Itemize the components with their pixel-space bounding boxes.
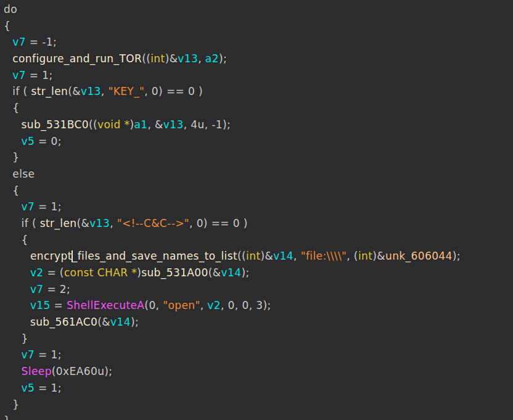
code-token: , [200, 299, 208, 311]
code-line[interactable]: v2 = (const CHAR *)sub_531A00(&v14); [0, 265, 513, 281]
code-token: Sleep [22, 365, 52, 377]
code-token: (& [97, 316, 110, 328]
code-token: int [246, 250, 260, 262]
code-line[interactable]: v5 = 0; [0, 133, 513, 150]
code-token: (( [89, 118, 97, 131]
code-token: { [12, 102, 19, 114]
code-token: (( [142, 52, 150, 65]
code-token: , 0) == 0 ) [189, 217, 248, 229]
code-token: ( [20, 85, 31, 97]
code-token: , [110, 217, 117, 229]
code-token: , 4u, -1); [184, 118, 231, 131]
code-line[interactable]: { [0, 18, 513, 35]
code-token: } [12, 151, 19, 163]
code-token: v15 [30, 299, 51, 311]
code-token: v13 [178, 52, 198, 65]
code-token: = 1; [26, 69, 53, 81]
code-token: v7 [12, 69, 26, 81]
code-line[interactable]: sub_531BC0((void *)a1, &v13, 4u, -1); [0, 117, 513, 133]
code-token: const CHAR * [64, 266, 137, 279]
code-token: )& [165, 52, 178, 65]
code-token: v7 [22, 200, 35, 213]
code-token: (( [237, 250, 246, 262]
code-token: if [12, 85, 20, 97]
code-token: if [22, 217, 29, 229]
code-token: "open" [163, 299, 200, 311]
code-token: = -1; [26, 36, 57, 48]
code-token: v14 [110, 316, 131, 328]
code-line[interactable]: v7 = 2; [0, 281, 513, 298]
code-token: v13 [81, 85, 101, 97]
code-token: , [293, 250, 301, 262]
code-token: , [198, 52, 205, 65]
code-line[interactable]: { [0, 183, 513, 199]
code-line[interactable]: v7 = 1; [0, 199, 513, 215]
code-token: (& [77, 217, 90, 229]
code-token: = 0; [35, 135, 62, 147]
code-line[interactable]: v15 = ShellExecuteA(0, "open", v2, 0, 0,… [0, 297, 513, 314]
code-token: (& [68, 85, 81, 97]
code-token: "KEY_" [108, 85, 144, 97]
code-line[interactable]: { [0, 232, 513, 249]
code-token: v7 [22, 348, 35, 361]
code-token: unk_606044 [385, 250, 453, 262]
code-token: { [12, 184, 19, 197]
code-token: ); [453, 250, 461, 262]
code-line[interactable]: v7 = 1; [0, 347, 513, 363]
code-token: = 1; [35, 382, 62, 394]
code-token: )& [372, 250, 385, 262]
code-line[interactable]: if ( str_len(&v13, "KEY_", 0) == 0 ) [0, 83, 513, 100]
code-token: else [12, 168, 35, 180]
code-token: str_len [40, 217, 77, 229]
code-line[interactable]: if ( str_len(&v13, "<!--C&C-->", 0) == 0… [0, 215, 513, 232]
code-area[interactable]: do{v7 = -1;configure_and_run_TOR((int)&v… [0, 0, 513, 420]
code-line[interactable]: } [0, 331, 513, 347]
code-line[interactable]: sub_561AC0(&v14); [0, 314, 513, 331]
code-token: void * [97, 118, 129, 131]
code-token: } [4, 414, 10, 420]
code-token: ShellExecuteA [67, 299, 144, 311]
code-line[interactable]: else [0, 166, 513, 183]
code-token: _files_and_save_names_to_list [72, 250, 237, 262]
code-token: ); [131, 316, 139, 328]
code-token: v7 [12, 36, 26, 48]
code-line[interactable]: Sleep(0xEA60u); [0, 363, 513, 380]
code-token: int [358, 250, 372, 262]
code-line[interactable]: v7 = 1; [0, 67, 513, 84]
code-token: } [12, 398, 19, 411]
code-token: v5 [22, 382, 35, 394]
code-line[interactable]: v7 = -1; [0, 34, 513, 51]
code-token: (0xEA60u); [52, 365, 113, 377]
code-line[interactable]: configure_and_run_TOR((int)&v13, a2); [0, 51, 513, 67]
code-line[interactable]: } [0, 397, 513, 413]
code-token: v2 [30, 266, 44, 279]
code-token: v7 [30, 283, 44, 295]
code-token: v13 [163, 118, 184, 131]
code-line[interactable]: } [0, 149, 513, 166]
decompiler-window: do{v7 = -1;configure_and_run_TOR((int)&v… [0, 0, 513, 420]
code-token: v5 [22, 135, 35, 147]
code-token: = [51, 299, 67, 311]
code-line[interactable]: { [0, 100, 513, 117]
code-token: "file:\\\\" [301, 250, 347, 262]
code-token: { [22, 234, 28, 246]
code-token: } [22, 332, 28, 345]
code-line[interactable]: } [0, 413, 513, 420]
code-token: (& [208, 266, 221, 279]
code-token: = 2; [44, 283, 71, 295]
code-token: encrypt [30, 250, 72, 262]
code-token: ); [241, 266, 249, 279]
code-token: int [150, 52, 165, 65]
code-token: { [4, 20, 10, 32]
code-line[interactable]: do [0, 1, 513, 18]
code-token: sub_531A00 [141, 266, 208, 279]
code-token: v2 [207, 299, 221, 311]
code-token: = 1; [35, 200, 62, 213]
code-token: v14 [273, 250, 293, 262]
code-token: a2 [205, 52, 219, 65]
code-token: = ( [44, 266, 64, 279]
code-token: a1 [134, 118, 147, 131]
code-line[interactable]: encrypt_files_and_save_names_to_list((in… [0, 248, 513, 265]
code-line[interactable]: v5 = 1; [0, 380, 513, 397]
code-token: str_len [31, 85, 68, 97]
